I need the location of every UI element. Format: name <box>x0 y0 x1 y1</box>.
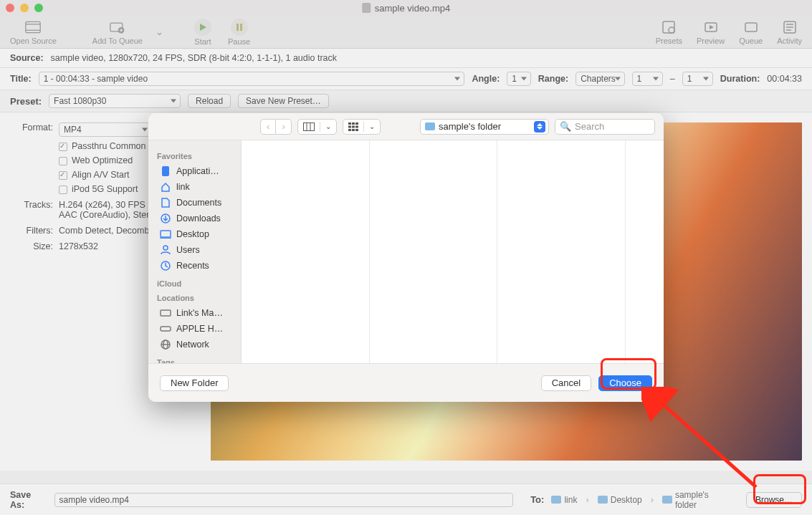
document-icon <box>160 197 171 208</box>
browse-button[interactable]: Browse… <box>746 492 802 508</box>
choose-button[interactable]: Choose <box>598 375 652 391</box>
chevron-right-icon: › <box>282 121 285 132</box>
queue-button[interactable]: Queue <box>732 18 770 47</box>
range-type-select[interactable]: Chapters <box>575 72 624 86</box>
add-to-queue-button[interactable]: Add To Queue <box>85 18 150 47</box>
close-window[interactable] <box>6 4 14 12</box>
locations-header: Locations <box>157 294 241 302</box>
sidebar-item-users[interactable]: Users <box>157 242 241 258</box>
save-new-preset-button[interactable]: Save New Preset… <box>238 94 329 108</box>
queue-add-icon <box>110 19 125 35</box>
ipod-checkbox[interactable] <box>59 186 67 194</box>
svg-rect-27 <box>355 125 358 127</box>
svg-rect-30 <box>355 129 358 131</box>
columns-icon <box>298 120 320 134</box>
applications-icon <box>160 165 171 177</box>
computer-icon <box>160 307 171 319</box>
sidebar-item-link[interactable]: link <box>157 179 241 195</box>
open-source-button[interactable]: Open Source <box>3 18 64 47</box>
presets-button[interactable]: Presets <box>649 18 689 47</box>
source-label: Source: <box>10 53 44 63</box>
align-av-checkbox[interactable] <box>59 171 67 180</box>
passthru-checkbox[interactable] <box>59 143 67 151</box>
preset-select[interactable]: Fast 1080p30 <box>49 94 181 108</box>
search-icon: 🔍 <box>560 121 571 132</box>
zoom-window[interactable] <box>34 4 43 12</box>
sidebar-item-links-mac[interactable]: Link's Ma… <box>157 305 241 321</box>
column-0 <box>242 140 370 363</box>
chevron-down-icon: ⌄ <box>364 120 380 134</box>
pause-icon <box>231 19 248 36</box>
sidebar-item-apple-hd[interactable]: APPLE H… <box>157 321 241 337</box>
svg-point-11 <box>669 27 674 33</box>
minimize-window[interactable] <box>20 4 29 12</box>
folder-icon <box>551 496 561 504</box>
path-seg-0[interactable]: link <box>551 495 577 505</box>
preset-label: Preset: <box>10 96 42 107</box>
reload-button[interactable]: Reload <box>188 94 231 108</box>
size-value: 1278x532 <box>59 241 98 251</box>
range-to-select[interactable]: 1 <box>682 72 713 86</box>
cancel-button[interactable]: Cancel <box>541 375 591 391</box>
grid-icon <box>343 120 363 134</box>
svg-rect-31 <box>162 166 169 176</box>
document-proxy-icon <box>362 3 371 13</box>
svg-rect-8 <box>237 24 239 31</box>
format-select[interactable]: MP4 <box>59 122 152 137</box>
home-icon <box>160 181 171 193</box>
save-as-label: Save As: <box>10 490 47 510</box>
view-grid-toggle[interactable]: ⌄ <box>343 119 381 135</box>
sidebar-item-documents[interactable]: Documents <box>157 195 241 211</box>
start-button[interactable]: Start <box>185 17 221 47</box>
folder-icon <box>662 496 672 504</box>
view-columns-toggle[interactable]: ⌄ <box>297 119 337 135</box>
window-title: sample video.mp4 <box>375 3 451 14</box>
filters-label: Filters: <box>10 226 53 236</box>
range-label: Range: <box>538 74 568 84</box>
recents-icon <box>160 260 171 271</box>
location-label: sample's folder <box>439 121 530 132</box>
source-text: sample video, 1280x720, 24 FPS, SDR (8-b… <box>51 53 338 63</box>
sidebar-item-downloads[interactable]: Downloads <box>157 211 241 226</box>
desktop-icon <box>160 228 171 240</box>
column-browser[interactable] <box>242 140 664 363</box>
svg-marker-13 <box>710 25 714 29</box>
svg-rect-9 <box>240 24 242 31</box>
duration-label: Duration: <box>720 74 760 84</box>
range-from-select[interactable]: 1 <box>632 72 663 86</box>
web-optimized-checkbox[interactable] <box>59 157 67 165</box>
preview-button[interactable]: Preview <box>689 18 732 47</box>
column-2 <box>497 140 626 363</box>
downloads-icon <box>160 213 171 224</box>
path-seg-1[interactable]: Desktop <box>598 495 642 505</box>
save-as-field[interactable] <box>54 493 514 507</box>
size-label: Size: <box>10 241 53 251</box>
sidebar-item-network[interactable]: Network <box>157 337 241 352</box>
pause-button[interactable]: Pause <box>221 17 257 47</box>
svg-marker-7 <box>200 24 206 31</box>
queue-menu-chevron-icon[interactable]: ⌄ <box>156 27 163 37</box>
bottom-bar: Save As: To: link› Desktop› sample's fol… <box>0 483 812 515</box>
title-select[interactable]: 1 - 00:04:33 - sample video <box>39 72 465 86</box>
icloud-header: iCloud <box>157 279 241 288</box>
filters-value: Comb Detect, Decomb <box>59 226 149 236</box>
svg-rect-33 <box>161 231 171 237</box>
sidebar-item-recents[interactable]: Recents <box>157 258 241 274</box>
presets-icon <box>661 19 677 35</box>
source-bar: Source: sample video, 1280x720, 24 FPS, … <box>0 49 812 68</box>
location-popup[interactable]: sample's folder <box>420 119 549 135</box>
new-folder-button[interactable]: New Folder <box>160 375 229 391</box>
angle-select[interactable]: 1 <box>507 72 530 86</box>
to-label: To: <box>530 494 544 505</box>
svg-rect-24 <box>355 122 358 125</box>
nav-forward-button[interactable]: › <box>276 119 292 135</box>
sidebar-item-applications[interactable]: Applicati… <box>157 163 241 179</box>
svg-rect-23 <box>352 122 355 125</box>
sidebar-item-desktop[interactable]: Desktop <box>157 226 241 242</box>
nav-back-button[interactable]: ‹ <box>260 119 276 135</box>
activity-button[interactable]: Activity <box>770 18 809 47</box>
path-seg-2[interactable]: sample's folder <box>662 490 732 510</box>
duration-value: 00:04:33 <box>767 74 802 84</box>
search-field[interactable]: 🔍 Search <box>555 119 655 135</box>
svg-rect-0 <box>26 21 40 32</box>
